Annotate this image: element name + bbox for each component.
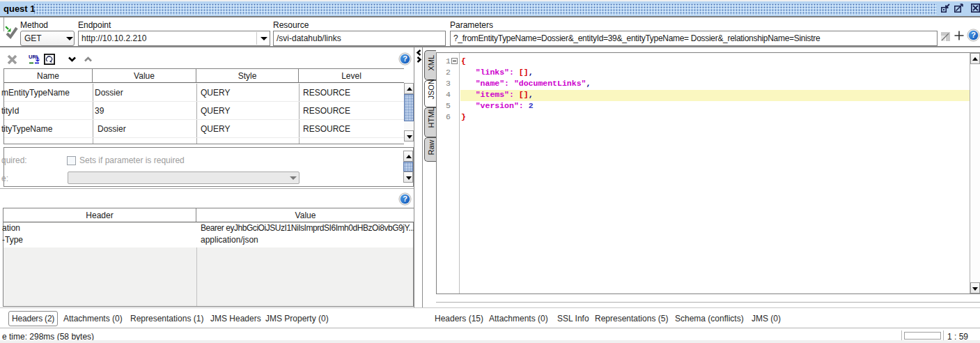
svg-text:?: ? — [403, 54, 407, 63]
svg-text:?: ? — [403, 195, 407, 203]
svg-text:?: ? — [971, 31, 976, 39]
